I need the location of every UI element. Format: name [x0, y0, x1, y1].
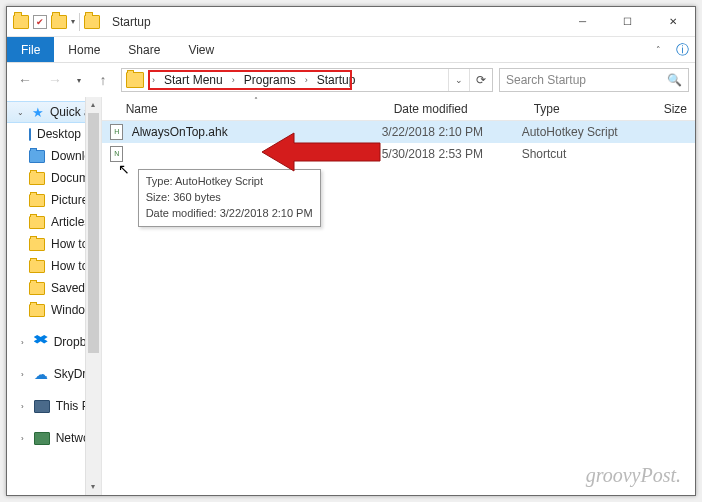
- watermark: groovyPost.: [586, 464, 681, 487]
- pc-icon: [34, 400, 50, 413]
- folder-icon: [29, 216, 45, 229]
- close-button[interactable]: ✕: [650, 7, 695, 36]
- chevron-down-icon: ⌄: [17, 108, 24, 117]
- file-date: 5/30/2018 2:53 PM: [382, 147, 522, 161]
- chevron-right-icon: ›: [21, 402, 24, 411]
- file-icon: N: [110, 146, 123, 162]
- address-bar[interactable]: › Start Menu › Programs › Startup ⌄ ⟳: [121, 68, 493, 92]
- file-icon: H: [110, 124, 123, 140]
- breadcrumb-item[interactable]: Start Menu: [161, 73, 226, 87]
- folder-icon: [29, 172, 45, 185]
- tab-share[interactable]: Share: [114, 37, 174, 62]
- ribbon-collapse-icon[interactable]: ˄: [647, 37, 669, 62]
- folder-icon: [29, 304, 45, 317]
- file-list[interactable]: H AlwaysOnTop.ahk 3/22/2018 2:10 PM Auto…: [102, 121, 695, 495]
- folder-icon: [126, 72, 144, 88]
- breadcrumb-item[interactable]: Startup: [314, 73, 359, 87]
- up-button[interactable]: ↑: [91, 68, 115, 92]
- column-date[interactable]: Date modified: [386, 102, 526, 116]
- scroll-down-icon[interactable]: ▾: [86, 479, 101, 495]
- refresh-icon[interactable]: ⟳: [469, 69, 492, 91]
- chevron-right-icon[interactable]: ›: [299, 75, 314, 85]
- forward-button[interactable]: →: [43, 68, 67, 92]
- search-icon: 🔍: [667, 73, 682, 87]
- desktop-icon: [29, 128, 31, 141]
- tooltip-line: Date modified: 3/22/2018 2:10 PM: [146, 206, 313, 222]
- minimize-button[interactable]: ─: [560, 7, 605, 36]
- qat-dropdown-icon[interactable]: ▾: [71, 17, 75, 26]
- network-icon: [34, 432, 50, 445]
- chevron-right-icon: ›: [21, 434, 24, 443]
- column-size[interactable]: Size: [656, 102, 695, 116]
- search-input[interactable]: Search Startup 🔍: [499, 68, 689, 92]
- window-title: Startup: [112, 15, 151, 29]
- file-row[interactable]: N 5/30/2018 2:53 PM Shortcut: [102, 143, 695, 165]
- dropbox-icon: [34, 335, 48, 349]
- scrollbar-thumb[interactable]: [88, 113, 99, 353]
- nav-pane: ⌄ ★ Quick access Desktop📌 Downloads📌 Doc…: [7, 97, 102, 495]
- sidebar-scrollbar[interactable]: ▴ ▾: [85, 97, 101, 495]
- recent-dropdown-icon[interactable]: ▾: [73, 76, 85, 85]
- scroll-up-icon[interactable]: ▴: [86, 97, 101, 113]
- tab-view[interactable]: View: [174, 37, 228, 62]
- folder-icon: [29, 282, 45, 295]
- tooltip-line: Type: AutoHotkey Script: [146, 174, 313, 190]
- folder-icon: [29, 194, 45, 207]
- search-placeholder: Search Startup: [506, 73, 586, 87]
- folder-icon: [29, 238, 45, 251]
- tooltip: Type: AutoHotkey Script Size: 360 bytes …: [138, 169, 321, 227]
- chevron-right-icon[interactable]: ›: [226, 75, 241, 85]
- quick-access-toolbar: ✔ ▾: [7, 13, 106, 31]
- tooltip-line: Size: 360 bytes: [146, 190, 313, 206]
- star-icon: ★: [32, 105, 44, 120]
- file-row[interactable]: H AlwaysOnTop.ahk 3/22/2018 2:10 PM Auto…: [102, 121, 695, 143]
- window-folder-icon: [84, 15, 100, 29]
- column-headers: ˄ Name Date modified Type Size: [102, 97, 695, 121]
- folder-icon: [29, 150, 45, 163]
- title-bar: ✔ ▾ Startup ─ ☐ ✕: [7, 7, 695, 37]
- folder-icon: [29, 260, 45, 273]
- column-type[interactable]: Type: [526, 102, 656, 116]
- file-tab[interactable]: File: [7, 37, 54, 62]
- sort-indicator-icon: ˄: [246, 97, 266, 105]
- separator: [79, 13, 80, 31]
- address-dropdown-icon[interactable]: ⌄: [448, 69, 469, 91]
- chevron-right-icon: ›: [21, 370, 24, 379]
- file-name: AlwaysOnTop.ahk: [132, 125, 382, 139]
- file-type: Shortcut: [522, 147, 652, 161]
- new-folder-icon[interactable]: [51, 15, 67, 29]
- address-row: ← → ▾ ↑ › Start Menu › Programs › Startu…: [7, 63, 695, 97]
- properties-icon[interactable]: ✔: [33, 15, 47, 29]
- chevron-right-icon: ›: [21, 338, 24, 347]
- cloud-icon: ☁: [34, 367, 48, 381]
- maximize-button[interactable]: ☐: [605, 7, 650, 36]
- breadcrumb-item[interactable]: Programs: [241, 73, 299, 87]
- window-buttons: ─ ☐ ✕: [560, 7, 695, 36]
- explorer-window: ✔ ▾ Startup ─ ☐ ✕ File Home Share View ˄…: [6, 6, 696, 496]
- back-button[interactable]: ←: [13, 68, 37, 92]
- file-type: AutoHotkey Script: [522, 125, 652, 139]
- tab-home[interactable]: Home: [54, 37, 114, 62]
- body: ⌄ ★ Quick access Desktop📌 Downloads📌 Doc…: [7, 97, 695, 495]
- chevron-right-icon[interactable]: ›: [146, 75, 161, 85]
- help-icon[interactable]: ⓘ: [669, 37, 695, 62]
- ribbon: File Home Share View ˄ ⓘ: [7, 37, 695, 63]
- folder-icon: [13, 15, 29, 29]
- file-date: 3/22/2018 2:10 PM: [382, 125, 522, 139]
- file-list-pane: ˄ Name Date modified Type Size H AlwaysO…: [102, 97, 695, 495]
